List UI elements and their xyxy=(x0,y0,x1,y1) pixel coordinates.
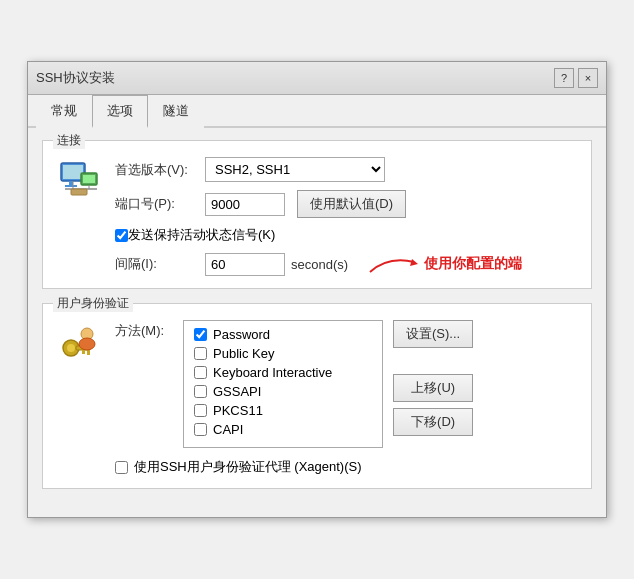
method-password-checkbox[interactable] xyxy=(194,328,207,341)
help-button[interactable]: ? xyxy=(554,68,574,88)
interval-input[interactable] xyxy=(205,253,285,276)
method-publickey-checkbox[interactable] xyxy=(194,347,207,360)
annotation-text: 使用你配置的端 xyxy=(424,255,522,273)
method-capi-label[interactable]: CAPI xyxy=(213,422,243,437)
method-gssapi-row: GSSAPI xyxy=(194,384,372,399)
svg-rect-9 xyxy=(71,189,87,195)
method-pkcs11-label[interactable]: PKCS11 xyxy=(213,403,263,418)
method-label: 方法(M): xyxy=(115,320,183,340)
connection-section-title: 连接 xyxy=(53,132,85,149)
agent-label[interactable]: 使用SSH用户身份验证代理 (Xagent)(S) xyxy=(134,458,362,476)
svg-rect-14 xyxy=(87,350,90,355)
arrow-annotation: 使用你配置的端 xyxy=(368,252,522,276)
agent-row: 使用SSH用户身份验证代理 (Xagent)(S) xyxy=(115,458,579,476)
svg-rect-2 xyxy=(69,181,73,185)
user-icon-area xyxy=(55,320,103,368)
close-button[interactable]: × xyxy=(578,68,598,88)
default-button[interactable]: 使用默认值(D) xyxy=(297,190,406,218)
auth-section: 用户身份验证 xyxy=(42,303,592,489)
window-title: SSH协议安装 xyxy=(36,69,115,87)
down-button[interactable]: 下移(D) xyxy=(393,408,473,436)
up-button[interactable]: 上移(U) xyxy=(393,374,473,402)
method-password-label[interactable]: Password xyxy=(213,327,270,342)
method-password-row: Password xyxy=(194,327,372,342)
svg-point-12 xyxy=(67,344,75,352)
tab-general[interactable]: 常规 xyxy=(36,95,92,128)
settings-button[interactable]: 设置(S)... xyxy=(393,320,473,348)
method-keyboard-label[interactable]: Keyboard Interactive xyxy=(213,365,332,380)
keepalive-row: 发送保持活动状态信号(K) xyxy=(115,226,579,244)
connection-section: 连接 xyxy=(42,140,592,289)
version-select[interactable]: SSH2, SSH1 xyxy=(205,157,385,182)
svg-rect-5 xyxy=(83,175,95,183)
agent-checkbox[interactable] xyxy=(115,461,128,474)
port-row: 端口号(P): 使用默认值(D) xyxy=(115,190,579,218)
interval-row: 间隔(I): second(s) xyxy=(115,253,348,276)
method-gssapi-checkbox[interactable] xyxy=(194,385,207,398)
interval-area: 间隔(I): second(s) 使用你配置的端 xyxy=(115,252,579,276)
port-input[interactable] xyxy=(205,193,285,216)
method-pkcs11-row: PKCS11 xyxy=(194,403,372,418)
arrow-icon xyxy=(368,252,418,276)
tab-tunnel[interactable]: 隧道 xyxy=(148,95,204,128)
version-row: 首选版本(V): SSH2, SSH1 xyxy=(115,157,579,182)
auth-section-title: 用户身份验证 xyxy=(53,295,133,312)
interval-label: 间隔(I): xyxy=(115,255,205,273)
keepalive-checkbox[interactable] xyxy=(115,229,128,242)
svg-rect-3 xyxy=(65,185,77,187)
network-icon-area xyxy=(55,157,103,205)
svg-point-17 xyxy=(79,338,95,350)
method-capi-checkbox[interactable] xyxy=(194,423,207,436)
method-keyboard-checkbox[interactable] xyxy=(194,366,207,379)
method-publickey-row: Public Key xyxy=(194,346,372,361)
title-buttons: ? × xyxy=(554,68,598,88)
svg-marker-10 xyxy=(410,259,418,266)
auth-buttons: 设置(S)... 上移(U) 下移(D) xyxy=(393,320,473,436)
main-window: SSH协议安装 ? × 常规 选项 隧道 连接 xyxy=(27,61,607,518)
method-keyboard-row: Keyboard Interactive xyxy=(194,365,372,380)
version-label: 首选版本(V): xyxy=(115,161,205,179)
connection-fields: 首选版本(V): SSH2, SSH1 端口号(P): 使用默认值(D) 发送保… xyxy=(115,157,579,276)
method-publickey-label[interactable]: Public Key xyxy=(213,346,274,361)
svg-rect-15 xyxy=(82,350,85,354)
method-row: 方法(M): Password Public Key xyxy=(115,320,579,448)
svg-rect-1 xyxy=(63,165,83,179)
network-icon xyxy=(57,159,101,203)
method-pkcs11-checkbox[interactable] xyxy=(194,404,207,417)
auth-inner: 方法(M): Password Public Key xyxy=(55,320,579,448)
title-bar: SSH协议安装 ? × xyxy=(28,62,606,95)
user-icon xyxy=(57,322,101,366)
keepalive-label[interactable]: 发送保持活动状态信号(K) xyxy=(128,226,275,244)
tabs-bar: 常规 选项 隧道 xyxy=(28,95,606,128)
method-capi-row: CAPI xyxy=(194,422,372,437)
auth-fields: 方法(M): Password Public Key xyxy=(115,320,579,448)
port-label: 端口号(P): xyxy=(115,195,205,213)
seconds-label: second(s) xyxy=(291,257,348,272)
checkboxes-box: Password Public Key Keyboard Interactive xyxy=(183,320,383,448)
method-gssapi-label[interactable]: GSSAPI xyxy=(213,384,261,399)
content-area: 连接 xyxy=(28,128,606,517)
tab-options[interactable]: 选项 xyxy=(92,95,148,128)
